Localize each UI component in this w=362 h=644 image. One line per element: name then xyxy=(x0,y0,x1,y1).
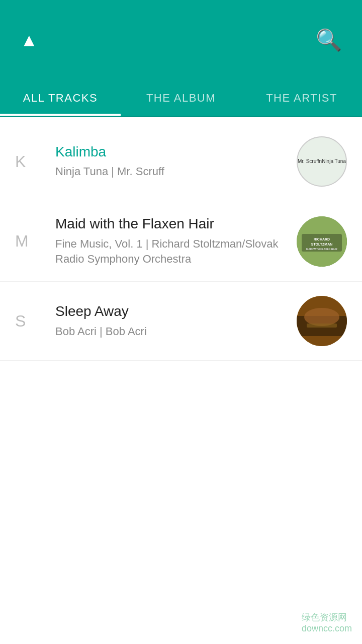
track-letter: K xyxy=(15,152,45,171)
track-info: Kalimba Ninja Tuna | Mr. Scruff xyxy=(45,143,297,180)
track-info: Maid with the Flaxen Hair Fine Music, Vo… xyxy=(45,215,297,267)
watermark: 绿色资源网 downcc.com xyxy=(302,611,352,634)
svg-point-14 xyxy=(304,308,339,326)
album-art xyxy=(297,296,347,346)
tab-all-tracks[interactable]: ALL TRACKS xyxy=(0,80,121,116)
track-letter: S xyxy=(15,312,45,331)
list-item[interactable]: K Kalimba Ninja Tuna | Mr. Scruff Mr.Scr… xyxy=(0,122,362,201)
track-meta: Bob Acri | Bob Acri xyxy=(55,324,287,340)
svg-rect-15 xyxy=(307,324,337,328)
track-name: Kalimba xyxy=(55,143,287,160)
svg-text:STOLTZMAN: STOLTZMAN xyxy=(311,243,333,246)
album-art: Mr.Scruff ninja tur xyxy=(297,136,347,187)
tab-the-album[interactable]: THE ALBUM xyxy=(121,80,241,116)
track-meta: Ninja Tuna | Mr. Scruff xyxy=(55,164,287,180)
track-info: Sleep Away Bob Acri | Bob Acri xyxy=(45,303,297,339)
tab-bar: ALL TRACKS THE ALBUM THE ARTIST xyxy=(0,80,362,117)
svg-text:RICHARD: RICHARD xyxy=(314,237,330,241)
tab-the-artist[interactable]: THE ARTIST xyxy=(241,80,362,116)
track-list: K Kalimba Ninja Tuna | Mr. Scruff Mr.Scr… xyxy=(0,117,362,361)
app-header: ▲ 🔍 xyxy=(0,0,362,80)
track-letter: M xyxy=(15,232,45,251)
album-art: RICHARD STOLTZMAN MAID WITH FLAXEN HAIR xyxy=(297,216,347,267)
svg-text:MAID WITH FLAXEN HAIR: MAID WITH FLAXEN HAIR xyxy=(306,248,337,251)
search-button[interactable]: 🔍 xyxy=(316,30,342,51)
list-item[interactable]: S Sleep Away Bob Acri | Bob Acri xyxy=(0,282,362,361)
track-meta: Fine Music, Vol. 1 | Richard Stoltzman/S… xyxy=(55,236,287,268)
back-button[interactable]: ▲ xyxy=(20,31,38,49)
list-item[interactable]: M Maid with the Flaxen Hair Fine Music, … xyxy=(0,201,362,282)
track-name: Sleep Away xyxy=(55,303,287,320)
track-name: Maid with the Flaxen Hair xyxy=(55,215,287,232)
